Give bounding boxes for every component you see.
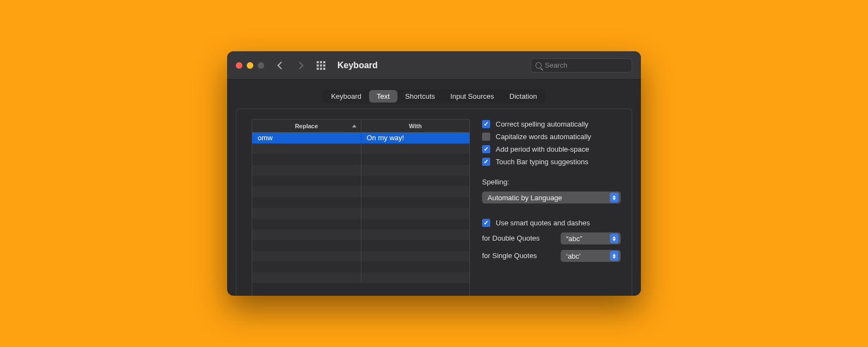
tab-text[interactable]: Text [369,90,397,103]
correct-spelling-checkbox[interactable]: ✓ Correct spelling automatically [482,120,621,128]
checkbox-icon: ✓ [482,120,490,128]
double-quotes-label: for Double Quotes [482,234,540,242]
dropdown-stepper-icon [610,251,619,261]
checkbox-icon: ✓ [482,219,490,227]
table-row-empty [252,197,469,208]
back-button[interactable] [277,61,285,69]
sort-ascending-icon [352,124,356,127]
table-row-empty [252,176,469,187]
table-row-empty [252,208,469,219]
minimize-window-button[interactable] [247,62,253,69]
tab-keyboard[interactable]: Keyboard [323,90,369,103]
table-row-empty [252,251,469,262]
table-row-empty [252,186,469,197]
checkbox-icon [482,133,490,141]
spelling-select[interactable]: Automatic by Language [482,192,621,204]
zoom-window-button[interactable] [258,62,264,69]
preferences-window: Keyboard KeyboardTextShortcutsInput Sour… [227,51,641,296]
single-quotes-label: for Single Quotes [482,252,537,260]
tabs: KeyboardTextShortcutsInput SourcesDictat… [323,89,545,103]
text-panel: Replace With omwOn my way! ✓ Correct spe… [236,109,632,296]
replacements-table: Replace With omwOn my way! [252,119,470,296]
forward-button[interactable] [296,61,304,69]
touchbar-checkbox[interactable]: ✓ Touch Bar typing suggestions [482,158,621,166]
table-body: omwOn my way! [252,133,469,296]
checkbox-icon: ✓ [482,145,490,153]
options-column: ✓ Correct spelling automatically Capital… [482,119,621,296]
table-row-empty [252,240,469,251]
window-controls [236,62,264,69]
column-replace[interactable]: Replace [252,119,361,132]
search-field[interactable] [531,58,632,73]
capitalize-checkbox[interactable]: Capitalize words automatically [482,133,621,141]
single-quotes-select[interactable]: ‘abc’ [561,250,621,262]
tabbar: KeyboardTextShortcutsInput SourcesDictat… [236,89,632,103]
table-row-empty [252,165,469,176]
tab-input-sources[interactable]: Input Sources [443,90,502,103]
show-all-icon[interactable] [317,61,325,70]
cell-with[interactable]: On my way! [361,133,470,143]
cell-replace[interactable]: omw [252,133,361,143]
dropdown-stepper-icon [610,234,619,243]
table-row-empty [252,154,469,165]
search-input[interactable] [545,61,627,69]
table-row-empty [252,229,469,240]
dropdown-stepper-icon [610,193,619,202]
table-row-empty [252,272,469,283]
single-quotes-row: for Single Quotes ‘abc’ [482,249,621,262]
smart-quotes-checkbox[interactable]: ✓ Use smart quotes and dashes [482,219,621,227]
table-row-empty [252,219,469,230]
nav-arrows [278,63,302,68]
close-window-button[interactable] [236,62,242,69]
double-space-checkbox[interactable]: ✓ Add period with double-space [482,145,621,153]
double-quotes-select[interactable]: “abc” [561,232,621,244]
spelling-label: Spelling: [482,178,621,186]
titlebar: Keyboard [227,51,641,80]
tab-dictation[interactable]: Dictation [502,90,545,103]
window-title: Keyboard [337,61,526,70]
table-row-empty [252,143,469,154]
table-header: Replace With [252,119,469,133]
table-row[interactable]: omwOn my way! [252,133,469,143]
window-body: KeyboardTextShortcutsInput SourcesDictat… [227,80,641,296]
checkbox-icon: ✓ [482,158,490,166]
search-icon [536,62,542,69]
table-row-empty [252,261,469,272]
double-quotes-row: for Double Quotes “abc” [482,231,621,244]
tab-shortcuts[interactable]: Shortcuts [397,90,443,103]
column-with[interactable]: With [361,119,470,132]
